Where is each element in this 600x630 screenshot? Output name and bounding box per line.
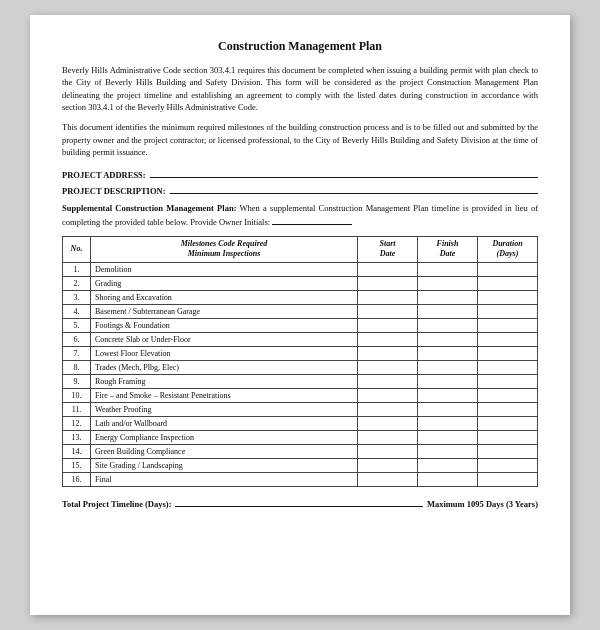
cell-milestone: Energy Compliance Inspection bbox=[91, 430, 358, 444]
table-row: 2.Grading bbox=[63, 276, 538, 290]
supplemental-bold-label: Supplemental Construction Management Pla… bbox=[62, 203, 236, 213]
cell-duration bbox=[478, 332, 538, 346]
project-address-underline bbox=[150, 168, 538, 178]
cell-finish-date bbox=[418, 276, 478, 290]
cell-start-date bbox=[358, 416, 418, 430]
cell-milestone: Lowest Floor Elevation bbox=[91, 346, 358, 360]
cell-duration bbox=[478, 346, 538, 360]
cell-start-date bbox=[358, 262, 418, 276]
cell-start-date bbox=[358, 346, 418, 360]
table-row: 13.Energy Compliance Inspection bbox=[63, 430, 538, 444]
cell-finish-date bbox=[418, 388, 478, 402]
cell-milestone: Trades (Mech, Plbg, Elec) bbox=[91, 360, 358, 374]
total-underline bbox=[175, 497, 422, 507]
cell-start-date bbox=[358, 360, 418, 374]
cell-no: 2. bbox=[63, 276, 91, 290]
intro-paragraph-2: This document identifies the minimum req… bbox=[62, 121, 538, 158]
cell-finish-date bbox=[418, 416, 478, 430]
cell-start-date bbox=[358, 276, 418, 290]
cell-no: 3. bbox=[63, 290, 91, 304]
table-row: 9.Rough Framing bbox=[63, 374, 538, 388]
project-description-label: PROJECT DESCRIPTION: bbox=[62, 186, 166, 196]
project-fields: PROJECT ADDRESS: PROJECT DESCRIPTION: bbox=[62, 168, 538, 196]
table-row: 16.Final bbox=[63, 472, 538, 486]
cell-milestone: Fire – and Smoke – Resistant Penetration… bbox=[91, 388, 358, 402]
cell-duration bbox=[478, 290, 538, 304]
cell-duration bbox=[478, 430, 538, 444]
cell-duration bbox=[478, 416, 538, 430]
cell-start-date bbox=[358, 304, 418, 318]
cell-no: 7. bbox=[63, 346, 91, 360]
table-row: 8.Trades (Mech, Plbg, Elec) bbox=[63, 360, 538, 374]
cell-no: 12. bbox=[63, 416, 91, 430]
cell-start-date bbox=[358, 430, 418, 444]
total-max-label: Maximum 1095 Days (3 Years) bbox=[427, 499, 538, 509]
project-address-label: PROJECT ADDRESS: bbox=[62, 170, 146, 180]
cell-no: 9. bbox=[63, 374, 91, 388]
cell-no: 8. bbox=[63, 360, 91, 374]
cell-start-date bbox=[358, 318, 418, 332]
table-row: 11.Weather Proofing bbox=[63, 402, 538, 416]
cell-milestone: Concrete Slab or Under-Floor bbox=[91, 332, 358, 346]
table-row: 6.Concrete Slab or Under-Floor bbox=[63, 332, 538, 346]
cell-finish-date bbox=[418, 346, 478, 360]
table-row: 4.Basement / Subterranean Garage bbox=[63, 304, 538, 318]
cell-finish-date bbox=[418, 458, 478, 472]
cell-start-date bbox=[358, 472, 418, 486]
cell-duration bbox=[478, 360, 538, 374]
cell-finish-date bbox=[418, 318, 478, 332]
document-page: Construction Management Plan Beverly Hil… bbox=[30, 15, 570, 615]
cell-start-date bbox=[358, 332, 418, 346]
cell-duration bbox=[478, 458, 538, 472]
supplemental-text-block: Supplemental Construction Management Pla… bbox=[62, 202, 538, 228]
col-header-start: StartDate bbox=[358, 236, 418, 262]
cell-finish-date bbox=[418, 444, 478, 458]
cell-no: 11. bbox=[63, 402, 91, 416]
cell-finish-date bbox=[418, 374, 478, 388]
cell-start-date bbox=[358, 388, 418, 402]
col-header-finish: FinishDate bbox=[418, 236, 478, 262]
cell-no: 10. bbox=[63, 388, 91, 402]
col-header-duration: Duration(Days) bbox=[478, 236, 538, 262]
cell-milestone: Lath and/or Wallboard bbox=[91, 416, 358, 430]
cell-milestone: Site Grading / Landscaping bbox=[91, 458, 358, 472]
cell-milestone: Basement / Subterranean Garage bbox=[91, 304, 358, 318]
cell-milestone: Shoring and Excavation bbox=[91, 290, 358, 304]
col-header-no: No. bbox=[63, 236, 91, 262]
project-description-underline bbox=[170, 184, 538, 194]
cell-no: 14. bbox=[63, 444, 91, 458]
cell-finish-date bbox=[418, 262, 478, 276]
cell-start-date bbox=[358, 458, 418, 472]
cell-duration bbox=[478, 402, 538, 416]
cell-start-date bbox=[358, 290, 418, 304]
table-row: 12.Lath and/or Wallboard bbox=[63, 416, 538, 430]
table-row: 15.Site Grading / Landscaping bbox=[63, 458, 538, 472]
cell-finish-date bbox=[418, 430, 478, 444]
cell-finish-date bbox=[418, 290, 478, 304]
table-row: 1.Demolition bbox=[63, 262, 538, 276]
cell-milestone: Green Building Compliance bbox=[91, 444, 358, 458]
total-label: Total Project Timeline (Days): bbox=[62, 499, 171, 509]
cell-duration bbox=[478, 318, 538, 332]
cell-start-date bbox=[358, 444, 418, 458]
cell-duration bbox=[478, 444, 538, 458]
cell-no: 13. bbox=[63, 430, 91, 444]
table-row: 10.Fire – and Smoke – Resistant Penetrat… bbox=[63, 388, 538, 402]
cell-no: 4. bbox=[63, 304, 91, 318]
cell-duration bbox=[478, 262, 538, 276]
cell-milestone: Footings & Foundation bbox=[91, 318, 358, 332]
cell-no: 15. bbox=[63, 458, 91, 472]
cell-milestone: Final bbox=[91, 472, 358, 486]
cell-duration bbox=[478, 304, 538, 318]
cell-no: 16. bbox=[63, 472, 91, 486]
cell-duration bbox=[478, 388, 538, 402]
cell-start-date bbox=[358, 402, 418, 416]
cell-duration bbox=[478, 276, 538, 290]
cell-milestone: Demolition bbox=[91, 262, 358, 276]
cell-finish-date bbox=[418, 332, 478, 346]
cell-finish-date bbox=[418, 472, 478, 486]
cell-finish-date bbox=[418, 304, 478, 318]
cell-start-date bbox=[358, 374, 418, 388]
cell-finish-date bbox=[418, 402, 478, 416]
table-row: 3.Shoring and Excavation bbox=[63, 290, 538, 304]
